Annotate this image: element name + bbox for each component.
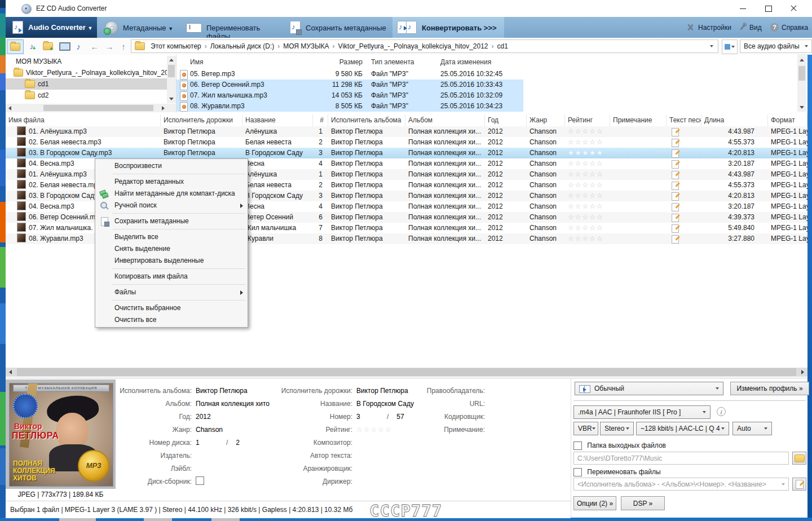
add-file-button[interactable]: ♪+ [27,39,41,53]
breadcrumb-item[interactable]: Локальный диск (D:) [208,42,277,50]
menu-item-ручной-поиск[interactable]: Ручной поиск [95,200,248,211]
column-header-7[interactable]: Год [485,114,527,126]
lyrics-icon[interactable] [672,235,679,244]
menu-item-выделить-все[interactable]: Выделить все [95,231,248,243]
rating-stars[interactable]: ☆☆☆☆☆ [568,235,604,242]
rating-stars[interactable]: ☆☆☆☆☆ [568,170,604,178]
menu-item-копировать-имя-файла[interactable]: Копировать имя файла [95,271,248,282]
breadcrumb-item[interactable]: Viktor_Petlyura_-_Polnaya_kollekciya_hit… [336,42,491,50]
track-row[interactable]: 02. Белая невеста.mp3Виктор ПетлюраБелая… [6,137,807,148]
tree-item-cd1[interactable]: cd1 [6,78,176,90]
lyrics-icon[interactable] [672,139,679,147]
rating-stars[interactable]: ☆☆☆☆☆ [568,127,604,135]
back-button[interactable]: ← [88,39,102,53]
browse-folder-button[interactable] [792,452,806,465]
edit-profile-button[interactable]: Изменить профиль » [730,382,809,395]
track-row[interactable]: 03. В Городском Саду.mp3Виктор ПетлюраВ … [6,148,807,158]
file-row[interactable]: 07. Жил мальчишка.mp314 053 КБФайл "MP3"… [176,90,523,101]
column-header-size[interactable]: Размер [301,56,363,68]
add-folder-button[interactable]: + [41,39,55,53]
rating-stars[interactable]: ☆☆☆☆☆ [568,138,604,146]
menu-item-воспроизвести[interactable]: Воспроизвести [95,160,248,172]
column-header-date[interactable]: Дата изменения [440,56,491,68]
rating-stars[interactable]: ★★★★★ [568,149,604,157]
rating-stars[interactable]: ☆☆☆☆☆ [568,160,604,167]
help-button[interactable]: ? Справка [768,17,812,38]
breadcrumb-item[interactable]: Этот компьютер [148,42,204,50]
samplerate-dropdown[interactable]: Auto [732,422,772,435]
chevron-down-icon[interactable] [710,45,713,47]
rating-stars[interactable]: ☆☆☆☆☆ [568,213,604,221]
lyrics-icon[interactable] [672,203,679,211]
tree-horizontal-scrollbar[interactable] [6,104,176,112]
output-folder-checkbox[interactable] [573,441,582,450]
audio-converter-menu-button[interactable]: ♪ Audio Converter ▼ [6,17,97,38]
file-row[interactable]: 05. Ветер.mp39 580 КБФайл "MP3"25.05.201… [176,69,523,80]
menu-item-инвертировать-выделенные[interactable]: Инвертировать выделенные [95,255,248,267]
file-row[interactable]: 08. Журавли.mp38 505 КБФайл "MP3"25.05.2… [176,101,523,112]
table-horizontal-scrollbar[interactable] [6,368,807,377]
bitrate-dropdown[interactable]: ~128 kbit/s | AAC-LC | Q 4 [636,422,729,435]
rename-files-button[interactable]: Переименовать файлы [183,17,283,38]
lyrics-icon[interactable] [672,214,679,222]
tree-item--[interactable]: МОЯ МУЗЫКА [6,56,176,67]
tree-item-viktor-petlyura-polnaya-kollekciya-hitov-2012[interactable]: Viktor_Petlyura_-_Polnaya_kollekciya_hit… [6,67,176,78]
column-header-13[interactable]: Формат [768,114,807,126]
forward-button[interactable]: → [103,39,116,53]
view-button[interactable]: Вид [736,17,767,38]
track-row[interactable]: 01. Алёнушка.mp3Виктор ПетлюраАлёнушка1В… [6,126,807,137]
column-header-8[interactable]: Жанр [527,114,565,126]
bitrate-mode-dropdown[interactable]: VBR [573,422,598,435]
file-row[interactable]: 06. Ветер Осенний.mp311 298 КБФайл "MP3"… [176,80,523,90]
lyrics-icon[interactable] [672,128,679,136]
rename-pattern-input[interactable]: <Исполнитель альбома> - <Альбом>\<Номер>… [573,478,789,491]
column-header-5[interactable]: Исполнитель альбома [328,114,405,126]
column-header-9[interactable]: Рейтинг [565,114,610,126]
options-button[interactable]: Опции (2) » [573,496,616,510]
breadcrumb-item[interactable]: cd1 [495,42,510,50]
edit-pattern-button[interactable] [792,478,806,491]
save-metadata-button[interactable]: ♪ Сохранить метаданные [285,17,391,38]
lyrics-icon[interactable] [672,192,679,201]
column-header-6[interactable]: Альбом [405,114,485,126]
maximize-button[interactable] [756,0,781,17]
settings-button[interactable]: Настройки [682,17,734,38]
view-mode-button[interactable] [722,39,738,54]
column-header-10[interactable]: Примечание [610,114,667,126]
menu-item-файлы[interactable]: Файлы [95,286,248,298]
menu-item-очистить-все[interactable]: Очистить все [95,314,248,326]
info-icon[interactable]: i [717,407,726,416]
column-header-type[interactable]: Тип элемента [371,56,414,68]
menu-item-очистить-выбранное[interactable]: Очистить выбранное [95,302,248,314]
column-header-11[interactable]: Текст песни [667,114,701,126]
rating-stars[interactable]: ☆☆☆☆☆ [568,202,604,210]
tree-vertical-scrollbar[interactable] [167,56,176,103]
lyrics-icon[interactable] [672,160,679,169]
file-filter-dropdown[interactable]: Все аудио файлы [740,39,812,53]
channels-dropdown[interactable]: Stereo [600,422,634,435]
column-header-3[interactable]: Название [242,114,313,126]
rating-stars[interactable]: ☆☆☆☆☆ [568,224,604,232]
menu-item-сохранить-метаданные[interactable]: Сохранить метаданные [95,215,248,227]
output-folder-input[interactable]: C:\Users\DToretto777\Music [573,452,789,465]
metadata-menu-button[interactable]: Метаданные ▼ [100,17,179,38]
column-header-2[interactable]: Исполнитель дорожки [161,114,242,126]
close-button[interactable] [781,0,806,17]
lyrics-icon[interactable] [672,224,679,233]
lyrics-icon[interactable] [672,182,679,190]
convert-button[interactable]: ♪ ♪ Конвертировать >>> [392,17,504,38]
rating-stars[interactable]: ☆☆☆☆☆ [568,192,604,200]
minimize-button[interactable] [730,0,756,17]
rating-stars[interactable]: ☆☆☆☆☆ [568,181,604,189]
home-folder-button[interactable] [7,39,24,54]
music-button[interactable]: ♪ [72,39,85,53]
profile-dropdown[interactable]: Обычный [575,382,723,395]
menu-item-найти-метаданные-для-компакт-диска[interactable]: Найти метаданные для компакт-диска [95,188,248,200]
menu-item-снять-выделение[interactable]: Снять выделение [95,243,248,255]
column-header-1[interactable]: Имя файла [6,114,161,126]
up-button[interactable]: ↑ [117,39,130,53]
column-header-name[interactable]: Имя [190,56,203,68]
rename-files-checkbox[interactable] [573,468,582,476]
breadcrumb-item[interactable]: МОЯ МУЗЫКА [281,42,331,50]
lyrics-icon[interactable] [672,171,679,179]
